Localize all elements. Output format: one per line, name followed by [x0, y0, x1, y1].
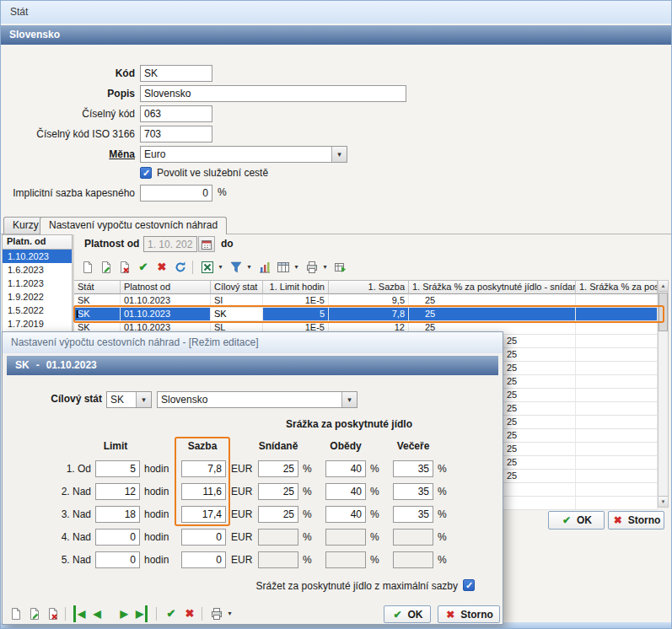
column-header[interactable]: Stát: [74, 280, 121, 294]
column-header[interactable]: 1. Sazba: [329, 280, 409, 294]
new-record-button[interactable]: [79, 259, 96, 276]
sazba-input[interactable]: [181, 483, 226, 500]
dialog-record-header: SK - 01.10.2023: [7, 356, 498, 375]
ciselny-kod-input[interactable]: [140, 105, 212, 122]
limit-input[interactable]: [95, 460, 140, 477]
cilovy-stat-code-select[interactable]: SK: [106, 391, 152, 408]
previous-record-icon[interactable]: [90, 605, 104, 622]
kapesne-input[interactable]: [140, 185, 212, 202]
dialog-ok-button[interactable]: OK: [384, 605, 431, 623]
validity-date-item[interactable]: 1.10.2023: [3, 250, 72, 263]
last-record-icon[interactable]: [134, 605, 148, 622]
chevron-down-icon[interactable]: [245, 259, 254, 276]
new-record-button[interactable]: [8, 605, 24, 622]
delete-record-button[interactable]: [116, 259, 133, 276]
scroll-down-icon[interactable]: [659, 496, 668, 507]
obedy-input[interactable]: [325, 551, 366, 568]
edit-record-button[interactable]: [98, 259, 115, 276]
snidane-input[interactable]: [258, 551, 298, 568]
vecere-input[interactable]: [393, 506, 433, 523]
confirm-button[interactable]: [163, 605, 180, 622]
column-header[interactable]: 1. Srážka % za poskytnuté jídlo - snídan…: [409, 280, 576, 294]
refresh-button[interactable]: [172, 259, 189, 276]
chevron-down-icon[interactable]: [292, 259, 301, 276]
kod-input[interactable]: [140, 65, 212, 82]
storno-button[interactable]: Storno: [608, 511, 664, 530]
mena-select[interactable]: Euro: [140, 146, 347, 163]
column-header[interactable]: Platnost od: [121, 280, 211, 294]
column-header[interactable]: 1. Srážka % za pos: [576, 280, 658, 294]
ok-button[interactable]: OK: [548, 511, 605, 530]
obedy-input[interactable]: [325, 460, 366, 477]
obedy-input[interactable]: [325, 483, 366, 500]
vecere-input[interactable]: [393, 529, 433, 546]
columns-button[interactable]: [275, 259, 292, 276]
snidane-input[interactable]: [258, 506, 298, 523]
print-button[interactable]: [304, 259, 320, 276]
scrollbar-thumb[interactable]: [659, 293, 668, 331]
cancel-button[interactable]: [181, 605, 198, 622]
validity-date-item[interactable]: 1.5.2022: [3, 304, 72, 317]
next-record-icon[interactable]: [117, 605, 131, 622]
chevron-down-icon[interactable]: [331, 147, 347, 162]
table-scrollbar[interactable]: [658, 280, 669, 508]
sazba-input[interactable]: [181, 551, 226, 568]
check-icon: [392, 609, 404, 621]
scroll-up-icon[interactable]: [659, 281, 668, 292]
limit-input[interactable]: [95, 551, 140, 568]
table-row[interactable]: SK 01.10.2023 SI 1E-5 9,5 25: [74, 294, 658, 308]
vecere-input[interactable]: [393, 551, 433, 568]
delete-record-button[interactable]: [45, 605, 62, 622]
column-header[interactable]: Cílový stat: [211, 280, 263, 294]
vecere-input[interactable]: [393, 483, 433, 500]
chevron-down-icon[interactable]: [216, 259, 225, 276]
obedy-input[interactable]: [325, 506, 366, 523]
chevron-down-icon[interactable]: [341, 392, 357, 407]
pct-unit: %: [438, 506, 447, 523]
hodin-unit: hodin: [144, 529, 169, 546]
snidane-input[interactable]: [258, 483, 298, 500]
validity-date-item[interactable]: 1.6.2023: [3, 263, 72, 277]
confirm-button[interactable]: [135, 259, 152, 276]
limit-input[interactable]: [95, 529, 140, 546]
tab-nastaveni[interactable]: Nastavení vypočtu cestovních náhrad: [40, 217, 227, 234]
validity-date-item[interactable]: 1.7.2019: [3, 317, 72, 331]
cell-cilovy-stat-editing[interactable]: SK: [211, 308, 263, 321]
max-sazba-checkbox[interactable]: [463, 579, 475, 591]
platnost-od-input[interactable]: [143, 236, 197, 252]
cilovy-stat-name-select[interactable]: Slovensko: [157, 391, 358, 408]
povolit-checkbox[interactable]: [140, 167, 152, 179]
sazba-input[interactable]: [181, 460, 226, 477]
iso-input[interactable]: [140, 126, 212, 142]
grid-header: Stát Platnost od Cílový stat 1. Limit ho…: [74, 280, 658, 294]
chart-button[interactable]: [256, 259, 273, 276]
dialog-storno-button[interactable]: Storno: [438, 605, 500, 623]
edit-record-button[interactable]: [26, 605, 43, 622]
export-table-button[interactable]: [332, 259, 349, 276]
filter-button[interactable]: [228, 259, 245, 276]
vecere-input[interactable]: [393, 460, 433, 477]
mena-label[interactable]: Měna: [2, 146, 135, 163]
cancel-button[interactable]: [153, 259, 170, 276]
sazba-input[interactable]: [181, 506, 226, 523]
validity-date-item[interactable]: 1.9.2022: [3, 290, 72, 304]
snidane-input[interactable]: [258, 529, 298, 546]
chevron-down-icon[interactable]: [320, 259, 330, 276]
chevron-down-icon[interactable]: [136, 392, 151, 407]
calendar-button[interactable]: [198, 236, 215, 252]
chevron-down-icon[interactable]: [225, 605, 234, 622]
limit-input[interactable]: [95, 483, 140, 500]
validity-date-item[interactable]: 1.1.2023: [3, 277, 72, 290]
limit-input[interactable]: [95, 506, 140, 523]
obedy-input[interactable]: [325, 529, 366, 546]
snidane-input[interactable]: [258, 460, 298, 477]
sazba-input[interactable]: [181, 529, 226, 546]
eur-unit: EUR: [231, 506, 252, 523]
excel-export-button[interactable]: [199, 259, 216, 276]
print-button[interactable]: [208, 605, 225, 622]
platnost-do-label: do: [221, 238, 234, 250]
first-record-icon[interactable]: [73, 605, 87, 622]
popis-input[interactable]: [140, 85, 406, 102]
table-row-selected[interactable]: SK 01.10.2023 SK 5 7,8 25: [74, 308, 658, 321]
column-header[interactable]: 1. Limit hodin: [263, 280, 329, 294]
